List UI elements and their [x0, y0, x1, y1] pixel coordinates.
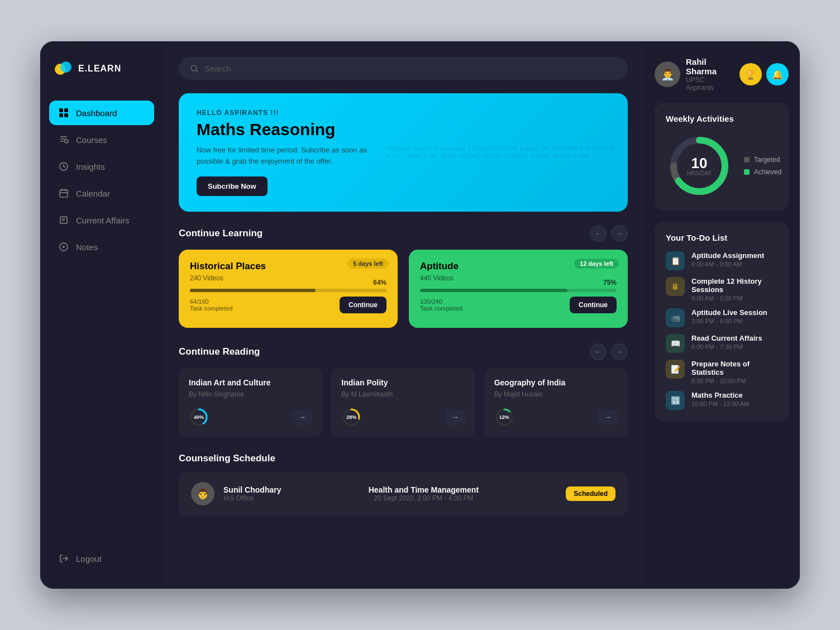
sidebar-item-dashboard[interactable]: Dashboard	[49, 101, 154, 125]
sidebar-item-courses[interactable]: Courses	[49, 127, 154, 152]
aptitude-progress-wrap: 75%	[420, 289, 617, 292]
todo-time-5: 8:30 PM - 10:00 PM	[691, 378, 777, 384]
notes-icon	[58, 241, 69, 252]
header-actions: 🏆 🔔	[739, 63, 789, 85]
session-info: Health and Time Management 20 Sept 2022,…	[290, 485, 557, 502]
todo-widget: Your To-Do List 📋 Aptitude Assignment 8:…	[655, 222, 789, 421]
learning-card-historical: 5 days left Historical Places 240 Videos…	[179, 250, 398, 328]
aptitude-task-info: 100/240 Task completed	[420, 298, 462, 312]
historical-continue-button[interactable]: Continue	[340, 297, 386, 313]
search-icon	[190, 64, 199, 73]
todo-icon-5: 📝	[666, 360, 685, 379]
todo-task-4: Read Current Affairs 6:00 PM - 7:30 PM	[691, 334, 762, 350]
search-bar[interactable]: Search	[179, 57, 628, 80]
user-role: UPSC Aspirants	[686, 76, 734, 92]
subscribe-button[interactable]: Subcribe Now	[197, 176, 268, 196]
logo-text: E.LEARN	[78, 64, 121, 74]
banner-background: sin(x)=x cos(x)=1 tan(x)=∞ ∫f(x)dx e^iπ+…	[381, 93, 628, 212]
book-art-go-button[interactable]: →	[292, 409, 312, 425]
book-art-author: By Nitin Singhania	[189, 390, 312, 398]
todo-time-3: 3:00 PM - 6:00 PM	[691, 318, 767, 324]
todo-item-3: 📹 Aptitude Live Session 3:00 PM - 6:00 P…	[666, 308, 777, 327]
aptitude-task-label: Task completed	[420, 305, 462, 312]
todo-list: 📋 Aptitude Assignment 8:00 AM - 9:00 AM …	[666, 251, 777, 410]
reading-card-polity: Indian Polity By M Laxmikanth 28% →	[331, 368, 475, 437]
todo-task-2: Complete 12 History Sessions 9:00 AM - 2…	[691, 277, 777, 302]
logo: E.LEARN	[49, 59, 154, 78]
reading-next-button[interactable]: →	[611, 343, 628, 360]
book-art-progress-label: 40%	[194, 414, 204, 420]
section-header-reading: Continue Reading ← →	[179, 343, 628, 360]
user-info: Rahil Sharma UPSC Aspirants	[686, 57, 734, 92]
todo-task-3: Aptitude Live Session 3:00 PM - 6:00 PM	[691, 308, 767, 324]
todo-task-name-1: Aptitude Assignment	[691, 251, 764, 260]
logout-button[interactable]: Logout	[49, 546, 154, 571]
legend-achieved: Achieved	[744, 168, 781, 176]
todo-item-1: 📋 Aptitude Assignment 8:00 AM - 9:00 AM	[666, 251, 777, 270]
aptitude-subtitle: 440 Videos	[420, 274, 617, 282]
todo-task-5: Prepare Notes of Statistics 8:30 PM - 10…	[691, 360, 777, 384]
reading-prev-button[interactable]: ←	[590, 343, 607, 360]
counseling-card: 👨 Sunil Chodhary IAS Office Health and T…	[179, 472, 628, 516]
legend-targeted: Targeted	[744, 156, 781, 164]
sidebar: E.LEARN Dashboard	[40, 41, 163, 589]
calendar-icon	[58, 188, 69, 199]
svg-rect-4	[59, 113, 63, 117]
book-geo-author: By Majid Husain	[494, 390, 618, 398]
book-art-progress: 40%	[189, 407, 209, 427]
aptitude-progress-label: 75%	[603, 279, 617, 287]
notes-label: Notes	[76, 242, 98, 252]
todo-time-2: 9:00 AM - 2:00 PM	[691, 295, 777, 302]
main-content: Search sin(x)=x cos(x)=1 tan(x)=∞ ∫f(x)d…	[163, 41, 643, 589]
todo-task-1: Aptitude Assignment 8:00 AM - 9:00 AM	[691, 251, 764, 268]
targeted-dot	[744, 157, 750, 163]
todo-task-name-2: Complete 12 History Sessions	[691, 277, 777, 294]
courses-icon	[58, 134, 69, 145]
weekly-activities-title: Weekly Activities	[666, 114, 777, 123]
donut-container: 10 HRS/DAY Targeted Achieved	[666, 132, 777, 199]
sidebar-item-current-affairs[interactable]: Current Affairs	[49, 208, 154, 232]
historical-badge: 5 days left	[347, 259, 389, 269]
learning-cards: 5 days left Historical Places 240 Videos…	[179, 250, 628, 328]
svg-point-6	[65, 140, 68, 143]
historical-progress-fill	[190, 289, 316, 292]
todo-icon-6: 🔢	[666, 391, 685, 410]
search-placeholder: Search	[204, 64, 231, 73]
historical-subtitle: 240 Videos	[190, 274, 386, 282]
reading-card-art: Indian Art and Culture By Nitin Singhani…	[179, 368, 322, 437]
book-geo-go-button[interactable]: →	[598, 409, 618, 425]
notification-button[interactable]: 🔔	[766, 63, 789, 85]
sidebar-item-notes[interactable]: Notes	[49, 235, 154, 259]
reading-cards: Indian Art and Culture By Nitin Singhani…	[179, 368, 628, 437]
counselor-name: Sunil Chodhary	[223, 485, 281, 494]
counselor-info: Sunil Chodhary IAS Office	[223, 485, 281, 502]
todo-time-1: 8:00 AM - 9:00 AM	[691, 261, 764, 268]
book-polity-author: By M Laxmikanth	[341, 390, 465, 398]
aptitude-badge: 12 days left	[574, 259, 619, 269]
dashboard-label: Dashboard	[76, 108, 117, 118]
svg-point-1	[60, 61, 71, 73]
historical-task-info: 64/160 Task completed	[190, 298, 232, 312]
sidebar-item-insights[interactable]: Insights	[49, 154, 154, 179]
aptitude-continue-button[interactable]: Continue	[570, 297, 617, 313]
donut-legend: Targeted Achieved	[744, 156, 781, 176]
learning-prev-button[interactable]: ←	[590, 225, 607, 242]
sidebar-item-calendar[interactable]: Calendar	[49, 181, 154, 206]
insights-label: Insights	[76, 162, 105, 171]
trophy-button[interactable]: 🏆	[739, 63, 762, 85]
weekly-activities-widget: Weekly Activities 10 HRS/DAY	[655, 103, 789, 211]
donut-center: 10 HRS/DAY	[687, 156, 712, 176]
todo-item-5: 📝 Prepare Notes of Statistics 8:30 PM - …	[666, 360, 777, 384]
todo-time-4: 6:00 PM - 7:30 PM	[691, 343, 762, 350]
learning-next-button[interactable]: →	[611, 225, 628, 242]
todo-task-name-5: Prepare Notes of Statistics	[691, 360, 777, 376]
user-avatar: 👨‍💼	[655, 61, 680, 87]
user-header: 👨‍💼 Rahil Sharma UPSC Aspirants 🏆 🔔	[655, 57, 789, 92]
todo-item-2: 🖥 Complete 12 History Sessions 9:00 AM -…	[666, 277, 777, 302]
book-art-footer: 40% →	[189, 407, 312, 427]
todo-icon-2: 🖥	[666, 277, 685, 296]
hero-banner: sin(x)=x cos(x)=1 tan(x)=∞ ∫f(x)dx e^iπ+…	[179, 93, 628, 212]
achieved-label: Achieved	[754, 168, 781, 176]
book-polity-go-button[interactable]: →	[445, 409, 465, 425]
session-date: 20 Sept 2022, 2:00 PM - 4:00 PM	[290, 494, 557, 502]
